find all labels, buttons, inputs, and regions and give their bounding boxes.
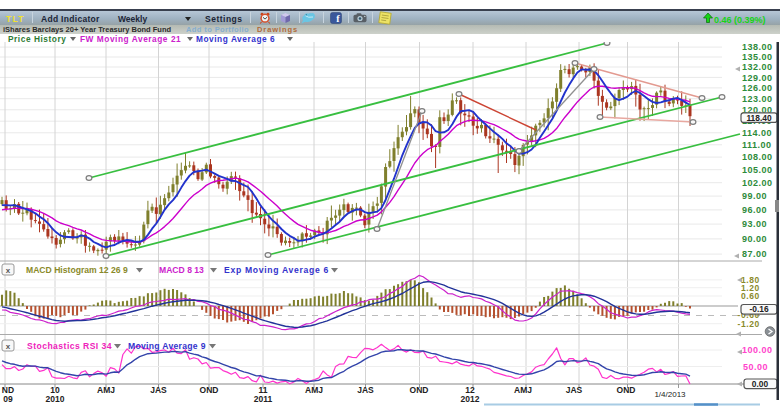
svg-text:JAS: JAS	[357, 385, 374, 395]
svg-text:OND: OND	[617, 385, 636, 395]
svg-text:2010: 2010	[46, 394, 65, 404]
svg-text:x: x	[6, 266, 11, 275]
svg-text:105.00: 105.00	[742, 165, 773, 175]
svg-text:Moving Average 9: Moving Average 9	[128, 341, 206, 351]
svg-text:1/4/2013: 1/4/2013	[654, 390, 686, 399]
svg-text:111.00: 111.00	[742, 140, 772, 150]
svg-text:OND: OND	[410, 385, 429, 395]
svg-text:OND: OND	[200, 385, 219, 395]
svg-text:2012: 2012	[461, 394, 480, 404]
svg-text:99.00: 99.00	[742, 191, 767, 201]
svg-text:114.00: 114.00	[742, 128, 772, 138]
svg-text:JAS: JAS	[566, 385, 583, 395]
svg-text:AMJ: AMJ	[305, 385, 323, 395]
svg-text:108.00: 108.00	[742, 152, 773, 162]
svg-text:MACD 8 13: MACD 8 13	[159, 265, 204, 275]
svg-text:-1.20: -1.20	[738, 319, 760, 329]
svg-text:96.00: 96.00	[742, 205, 767, 215]
svg-text:93.00: 93.00	[742, 219, 767, 229]
svg-text:132.00: 132.00	[742, 62, 773, 72]
svg-text:87.00: 87.00	[742, 249, 767, 259]
svg-text:x: x	[6, 342, 11, 351]
svg-text:123.00: 123.00	[742, 94, 773, 104]
svg-text:0.60: 0.60	[741, 291, 760, 301]
svg-text:AMJ: AMJ	[97, 385, 115, 395]
svg-text:09: 09	[3, 394, 13, 404]
svg-text:0.00: 0.00	[752, 379, 769, 389]
svg-text:2011: 2011	[254, 394, 273, 404]
svg-text:126.00: 126.00	[742, 83, 773, 93]
svg-text:118.40: 118.40	[746, 113, 771, 123]
svg-text:135.00: 135.00	[742, 52, 773, 62]
svg-text:AMJ: AMJ	[514, 385, 532, 395]
svg-text:50.00: 50.00	[743, 362, 768, 372]
svg-text:-0.16: -0.16	[749, 304, 768, 314]
svg-text:90.00: 90.00	[742, 234, 767, 244]
svg-text:Stochastics RSI 34: Stochastics RSI 34	[27, 341, 112, 351]
svg-text:100.00: 100.00	[742, 345, 773, 355]
svg-text:Exp Moving Average 6: Exp Moving Average 6	[224, 265, 329, 275]
svg-text:129.00: 129.00	[742, 73, 773, 83]
svg-text:MACD Histogram 12 26 9: MACD Histogram 12 26 9	[26, 265, 128, 275]
svg-text:JAS: JAS	[150, 385, 167, 395]
svg-text:138.00: 138.00	[742, 42, 773, 52]
svg-text:0.46 (0.39%): 0.46 (0.39%)	[714, 15, 766, 25]
svg-text:102.00: 102.00	[742, 178, 773, 188]
